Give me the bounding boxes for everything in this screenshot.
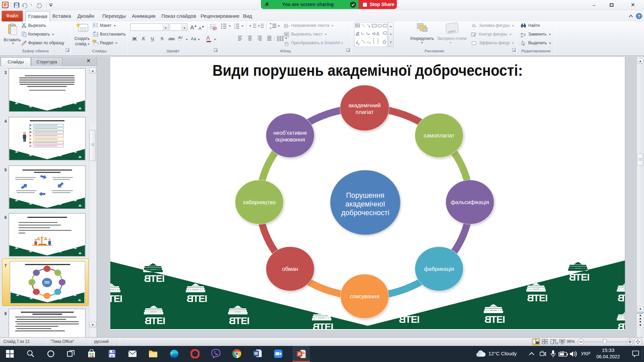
svg-text:P: P [298, 352, 301, 357]
svg-text:фабрикація: фабрикація [424, 266, 454, 272]
svg-text:Види порушень академічної добр: Види порушень академічної доброчесності: [213, 62, 523, 79]
svg-text:3: 3 [234, 27, 235, 29]
svg-text:P: P [4, 2, 7, 7]
svg-text:академічної: академічної [345, 200, 385, 208]
svg-text:списування: списування [350, 293, 379, 299]
svg-text:хабарництво: хабарництво [243, 199, 276, 205]
svg-text:доброчесності: доброчесності [341, 209, 389, 217]
svg-text:плагіат: плагіат [356, 109, 374, 115]
svg-text:?: ? [638, 14, 640, 19]
svg-text:Аа: Аа [211, 25, 214, 28]
svg-text:фальсифікація: фальсифікація [451, 199, 489, 205]
svg-text:необ’єктивне: необ’єктивне [273, 130, 307, 136]
svg-text:А: А [287, 24, 289, 28]
svg-text:ac: ac [521, 35, 523, 37]
svg-text:академічний: академічний [348, 102, 381, 108]
svg-text:64: 64 [111, 355, 114, 358]
svg-text:W: W [254, 351, 258, 356]
svg-text:Порушення: Порушення [346, 191, 384, 199]
svg-text:оцінювання: оцінювання [275, 136, 305, 142]
svg-text:обман: обман [282, 266, 298, 272]
svg-text:самоплагіат: самоплагіат [424, 132, 454, 138]
